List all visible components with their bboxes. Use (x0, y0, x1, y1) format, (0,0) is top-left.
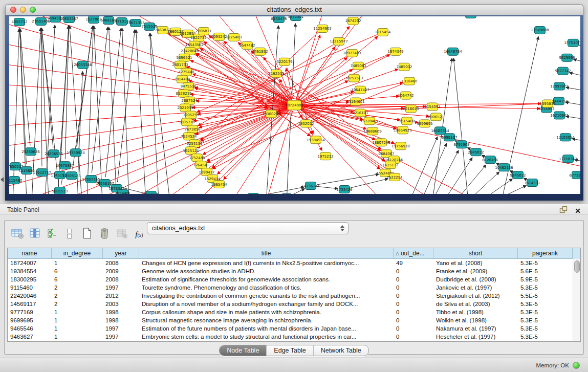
graph-node[interactable]: 1865454 (211, 181, 227, 188)
cell-year[interactable]: 2009 (103, 268, 139, 274)
cell-title[interactable]: Estimation of the future numbers of pati… (139, 325, 394, 332)
cell-out_de[interactable]: 0 (394, 301, 433, 307)
table-row[interactable]: 1938455462009Genome-wide association stu… (8, 267, 573, 275)
graph-node[interactable]: 2162515 (268, 70, 284, 77)
cell-pagerank[interactable]: 5.3E-5 (518, 317, 573, 323)
cell-pagerank[interactable]: 5.3E-5 (518, 325, 573, 332)
graph-node[interactable]: 1832012 (298, 120, 314, 127)
table-row[interactable]: 1456911722003Disruption of a novel membe… (8, 300, 573, 308)
table-row[interactable]: 946362711997Embryonic stem cells: a mode… (8, 333, 573, 341)
graph-node[interactable]: 27691406 (32, 17, 50, 25)
graph-node[interactable]: 11549808 (531, 26, 549, 34)
graph-node[interactable]: 5896521 (176, 54, 192, 61)
graph-node[interactable]: 10719134 (113, 17, 131, 25)
graph-node[interactable]: 6791908 (453, 141, 469, 148)
graph-node[interactable]: 3220179 (276, 58, 292, 65)
graph-node[interactable]: 1615132 (382, 161, 398, 169)
graph-node[interactable]: 5572301 (288, 16, 303, 20)
graph-node[interactable]: 6998107 (441, 134, 457, 141)
graph-node[interactable]: 1215454 (375, 28, 391, 36)
graph-node[interactable]: 7515526 (141, 23, 157, 30)
graph-node[interactable]: 1461852 (252, 48, 268, 55)
graph-node[interactable]: 9329966 (559, 54, 575, 61)
delete-table-button[interactable] (114, 227, 129, 242)
graph-node[interactable]: 10462136 (495, 164, 513, 171)
graph-node[interactable]: 1527002 (85, 16, 101, 23)
graph-node[interactable]: 1805776 (179, 118, 194, 126)
cell-title[interactable]: Investigating the contribution of common… (139, 293, 394, 299)
table-row[interactable]: 946554611997Estimation of the future num… (8, 324, 573, 333)
table-row[interactable]: 2242004622012Investigating the contribut… (8, 292, 573, 300)
cell-pagerank[interactable]: 5.3E-5 (518, 260, 573, 266)
cell-name[interactable]: 22420046 (8, 293, 52, 299)
graph-node[interactable]: 7485083 (350, 62, 366, 70)
cell-name[interactable]: 18300295 (8, 276, 52, 282)
column-header-in_degree[interactable]: in_degree (52, 248, 103, 259)
graph-node[interactable]: 7463822 (155, 26, 170, 34)
cell-name[interactable]: 9463627 (8, 334, 52, 340)
graph-node[interactable]: 2216101 (352, 109, 368, 117)
graph-node[interactable]: 11942737 (33, 169, 51, 177)
cell-title[interactable]: Corpus callosum shape and size in male p… (139, 309, 394, 315)
column-header-title[interactable]: title (139, 248, 394, 259)
cell-year[interactable]: 2008 (103, 260, 139, 266)
cell-title[interactable]: Tourette syndrome. Phenomenology and cla… (139, 285, 394, 291)
cell-year[interactable]: 1997 (103, 285, 139, 291)
cell-out_de[interactable]: 0 (394, 276, 433, 282)
close-button[interactable] (10, 7, 16, 13)
graph-node[interactable]: 16671355 (126, 19, 145, 27)
graph-node[interactable]: 2814507 (463, 16, 478, 18)
cell-title[interactable]: Embryonic stem cells: a model to study s… (139, 334, 394, 340)
graph-node[interactable]: 1974349 (387, 48, 403, 55)
cell-name[interactable]: 19384554 (8, 268, 52, 274)
graph-node[interactable]: 8130476 (271, 16, 287, 23)
cell-title[interactable]: Estimation of significance thresholds fo… (139, 276, 394, 282)
cell-year[interactable]: 1997 (103, 334, 139, 340)
cell-year[interactable]: 1998 (103, 309, 139, 315)
tab-node-table[interactable]: Node Table (220, 345, 266, 356)
graph-node[interactable]: 15751074 (564, 39, 580, 47)
network-table-select[interactable]: citations_edges.txt (147, 222, 349, 234)
cell-in_degree[interactable]: 2 (52, 301, 103, 307)
cell-short[interactable]: Hescheler et al. (1997) (433, 334, 518, 340)
graph-node[interactable]: 1515409 (399, 117, 415, 125)
graph-node[interactable]: 2645101 (245, 193, 261, 194)
cell-year[interactable]: 2003 (103, 301, 139, 307)
cell-year[interactable]: 2008 (103, 276, 139, 282)
column-header-name[interactable]: name (8, 248, 52, 259)
table-row[interactable]: 1872400712008Changes of HCN gene express… (8, 259, 573, 267)
cell-name[interactable]: 9115460 (8, 285, 52, 291)
cell-in_degree[interactable]: 1 (52, 334, 103, 340)
cell-short[interactable]: Wolkin et al. (1998) (433, 317, 518, 323)
graph-node[interactable]: 7524524 (181, 133, 197, 140)
column-header-short[interactable]: short (433, 248, 518, 259)
cell-short[interactable]: Jankovic et al. (1997) (433, 285, 518, 291)
graph-node[interactable]: 7522254 (386, 173, 403, 181)
cell-in_degree[interactable]: 1 (52, 260, 103, 266)
cell-name[interactable]: 18724007 (8, 260, 52, 266)
cell-out_de[interactable]: 0 (394, 325, 433, 332)
cell-short[interactable]: Dudbridge et al. (2008) (433, 276, 518, 282)
create-new-column-button[interactable] (79, 227, 95, 242)
graph-node[interactable]: 8120456 (482, 156, 498, 164)
cell-in_degree[interactable]: 2 (52, 293, 103, 299)
column-header-year[interactable]: year (103, 248, 139, 259)
cell-pagerank[interactable]: 5.3E-5 (518, 301, 573, 307)
cell-short[interactable]: Yano et al. (2008) (433, 260, 518, 266)
select-all-columns-button[interactable] (45, 227, 60, 242)
cell-title[interactable]: Disruption of a novel member of a sodium… (139, 301, 394, 307)
memory-status-indicator[interactable] (573, 362, 580, 369)
cell-pagerank[interactable]: 5.9E-5 (518, 276, 573, 282)
graph-node[interactable]: 2206871 (195, 27, 211, 35)
cell-out_de[interactable]: 0 (394, 317, 433, 323)
cell-in_degree[interactable]: 6 (52, 268, 103, 274)
graph-node[interactable]: 7614531 (524, 179, 540, 187)
delete-columns-button[interactable] (97, 227, 112, 242)
cell-short[interactable]: Franke et al. (2009) (433, 268, 518, 274)
cell-short[interactable]: Stergiakouli et al. (2012) (433, 293, 518, 299)
table-row[interactable]: 977716911998Corpus callosum shape and si… (8, 308, 573, 316)
graph-node[interactable]: 8128219 (176, 90, 191, 97)
panel-collapse-arrow-icon[interactable] (1, 177, 4, 182)
graph-node[interactable]: 2093242 (211, 33, 227, 40)
cell-pagerank[interactable]: 5.3E-5 (518, 285, 573, 291)
